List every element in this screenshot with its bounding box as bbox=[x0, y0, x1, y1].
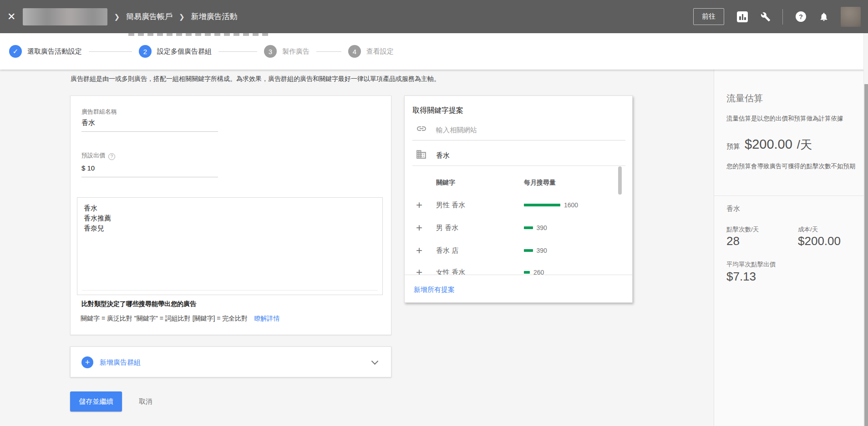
clicks-per-day-value: 28 bbox=[726, 234, 740, 248]
breadcrumb-item-account[interactable]: 簡易廣告帳戶 bbox=[126, 11, 173, 22]
add-keyword-icon[interactable]: + bbox=[416, 200, 422, 210]
column-header-keyword: 關鍵字 bbox=[436, 179, 455, 187]
avatar[interactable] bbox=[841, 7, 861, 27]
match-type-desc: 關鍵字 = 廣泛比對 "關鍵字" = 詞組比對 [關鍵字] = 完全比對瞭解詳情 bbox=[81, 315, 279, 323]
keywords-box: 香水 香水推薦 香奈兒 bbox=[77, 197, 383, 295]
cost-per-day-value: $200.00 bbox=[798, 234, 841, 248]
input-underline bbox=[81, 177, 218, 177]
suggestions-list: + 男性 香水 1600 + 男 香水 390 + 香水 店 390 + 女性 … bbox=[405, 189, 632, 275]
page-scrollbar-track[interactable] bbox=[863, 33, 868, 426]
save-button[interactable]: 儲存並繼續 bbox=[70, 391, 122, 411]
volume-bar bbox=[524, 204, 560, 206]
keyword-suggestions-card: 取得關鍵字提案 輸入相關網站 香水 關鍵字 每月搜尋量 + 男性 香水 1600… bbox=[404, 95, 633, 303]
adgroup-name-input[interactable]: 香水 bbox=[81, 119, 95, 127]
keyword-label: 男 香水 bbox=[436, 224, 458, 232]
breadcrumb-item-current: 新增廣告活動 bbox=[191, 11, 238, 22]
step-label: 設定多個廣告群組 bbox=[157, 47, 212, 56]
budget-value: $200.00 bbox=[745, 137, 792, 152]
wizard-stepper: ✓ 選取廣告活動設定 2 設定多個廣告群組 3 製作廣告 4 查看設定 bbox=[0, 33, 868, 70]
adgroup-name-label: 廣告群組名稱 bbox=[81, 108, 117, 116]
step-3-create-ads[interactable]: 3 製作廣告 bbox=[264, 45, 310, 58]
avatar-blur bbox=[841, 7, 861, 27]
cost-per-day-label: 成本/天 bbox=[798, 226, 818, 234]
traffic-estimates-sidebar: 流量估算 流量估算是以您的出價和預算做為計算依據 預算 $200.00 /天 您… bbox=[714, 70, 863, 426]
go-button[interactable]: 前往 bbox=[693, 8, 724, 25]
default-bid-label: 預設出價? bbox=[81, 151, 115, 160]
add-keyword-icon[interactable]: + bbox=[416, 245, 422, 256]
step-number: 4 bbox=[348, 45, 361, 58]
topbar-divider bbox=[782, 9, 783, 25]
avg-cpc-label: 平均單次點擊出價 bbox=[726, 261, 776, 269]
sidebar-description: 流量估算是以您的出價和預算做為計算依據 bbox=[726, 114, 858, 123]
topbar: ✕ ❯ 簡易廣告帳戶 ❯ 新增廣告活動 前往 ? bbox=[0, 0, 868, 33]
divider bbox=[412, 165, 625, 166]
column-header-volume: 每月搜尋量 bbox=[524, 179, 556, 187]
keyword-label: 女性 香水 bbox=[436, 268, 465, 275]
redaction-blur bbox=[23, 8, 107, 25]
budget-row: 預算 $200.00 /天 bbox=[726, 137, 812, 153]
related-site-input[interactable]: 輸入相關網站 bbox=[436, 126, 477, 135]
volume-value: 1600 bbox=[564, 201, 578, 209]
default-bid-input[interactable]: $ 10 bbox=[81, 164, 95, 172]
estimate-group-name: 香水 bbox=[726, 205, 740, 213]
add-adgroup-expander[interactable]: + 新增廣告群組 bbox=[70, 346, 391, 377]
reports-chart-icon[interactable] bbox=[737, 11, 748, 22]
volume-bar bbox=[524, 226, 533, 229]
step-4-review-settings[interactable]: 4 查看設定 bbox=[348, 45, 394, 58]
volume-value: 390 bbox=[537, 224, 547, 231]
avg-cpc-value: $7.13 bbox=[726, 270, 756, 284]
divider bbox=[714, 195, 863, 196]
suggestion-row: + 男 香水 390 bbox=[405, 216, 632, 239]
keyword-label: 男性 香水 bbox=[436, 201, 465, 210]
volume-bar bbox=[524, 249, 533, 252]
chevron-down-icon[interactable] bbox=[371, 358, 379, 365]
keyword-label: 香水 店 bbox=[436, 246, 458, 255]
cancel-link[interactable]: 取消 bbox=[139, 397, 152, 406]
tools-wrench-icon[interactable] bbox=[761, 12, 771, 22]
step-label: 製作廣告 bbox=[282, 47, 310, 56]
account-name-redacted[interactable] bbox=[23, 8, 107, 25]
match-type-title: 比對類型決定了哪些搜尋能帶出您的廣告 bbox=[81, 300, 196, 308]
textarea-inner-divider bbox=[82, 290, 378, 291]
volume-value: 260 bbox=[533, 269, 544, 275]
keywords-textarea[interactable]: 香水 香水推薦 香奈兒 bbox=[77, 198, 382, 295]
volume-value: 390 bbox=[537, 247, 547, 254]
chevron-right-icon: ❯ bbox=[114, 13, 120, 21]
list-scrollbar[interactable] bbox=[618, 166, 622, 195]
step-number: 3 bbox=[264, 45, 277, 58]
divider bbox=[405, 275, 632, 275]
help-icon[interactable]: ? bbox=[796, 11, 806, 22]
step-number: 2 bbox=[139, 45, 152, 58]
step-1-campaign-settings[interactable]: ✓ 選取廣告活動設定 bbox=[9, 45, 82, 58]
step-check-icon: ✓ bbox=[9, 45, 22, 58]
input-underline bbox=[81, 131, 218, 132]
adgroup-form-card: 廣告群組名稱 香水 預設出價? $ 10 香水 香水推薦 香奈兒 比對類型決定了… bbox=[70, 95, 391, 335]
close-icon[interactable]: ✕ bbox=[7, 12, 15, 22]
step-2-ad-groups[interactable]: 2 設定多個廣告群組 bbox=[139, 45, 212, 58]
screen: ✕ ❯ 簡易廣告帳戶 ❯ 新增廣告活動 前往 ? ✓ bbox=[0, 0, 868, 426]
learn-more-link[interactable]: 瞭解詳情 bbox=[254, 315, 279, 322]
suggestion-row: + 香水 店 390 bbox=[405, 239, 632, 262]
notifications-bell-icon[interactable] bbox=[819, 12, 829, 22]
chevron-right-icon: ❯ bbox=[179, 13, 185, 21]
step-connector bbox=[89, 51, 132, 52]
add-adgroup-label: 新增廣告群組 bbox=[100, 358, 141, 367]
add-keyword-icon[interactable]: + bbox=[416, 222, 422, 233]
suggestion-row: + 女性 香水 260 bbox=[405, 261, 632, 275]
input-underline bbox=[412, 140, 625, 140]
add-circle-icon[interactable]: + bbox=[81, 356, 93, 368]
clicks-per-day-label: 點擊次數/天 bbox=[726, 226, 759, 234]
step-label: 查看設定 bbox=[366, 47, 394, 56]
topbar-actions: 前往 ? bbox=[693, 7, 861, 27]
add-all-suggestions-link[interactable]: 新增所有提案 bbox=[414, 286, 455, 294]
suggestion-row: + 男性 香水 1600 bbox=[405, 194, 632, 216]
bid-help-icon[interactable]: ? bbox=[108, 153, 115, 160]
add-keyword-icon[interactable]: + bbox=[416, 267, 422, 275]
volume-bar bbox=[524, 271, 530, 274]
link-icon bbox=[416, 123, 427, 134]
step-connector bbox=[218, 51, 257, 52]
page-scrollbar-thumb[interactable] bbox=[864, 84, 868, 426]
seed-keyword-label: 香水 bbox=[436, 151, 450, 160]
intro-text: 廣告群組是由一或多則廣告，搭配一組相關關鍵字所構成。為求效果，廣告群組的廣告和關… bbox=[71, 75, 440, 83]
budget-warning: 您的預算會導致廣告可獲得的點擊次數不如預期 bbox=[726, 162, 859, 171]
